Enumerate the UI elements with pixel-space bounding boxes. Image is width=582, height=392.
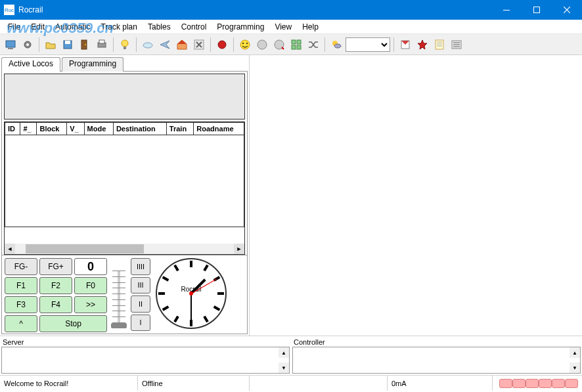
- col-block[interactable]: Block: [37, 123, 67, 135]
- speed-slider[interactable]: [110, 258, 128, 331]
- status-connection: Offline: [138, 376, 250, 391]
- horizontal-scrollbar[interactable]: ◄ ►: [5, 244, 244, 254]
- col-roadname[interactable]: Roadname: [194, 123, 244, 135]
- col-destination[interactable]: Destination: [113, 123, 166, 135]
- col-id[interactable]: ID: [5, 123, 20, 135]
- server-log-box[interactable]: ▲ ▼: [1, 347, 290, 374]
- scroll-up-icon[interactable]: ▲: [570, 347, 580, 358]
- fg-plus-button[interactable]: FG+: [39, 258, 72, 275]
- toolbar-globe2-icon[interactable]: [271, 37, 287, 53]
- fg-minus-button[interactable]: FG-: [5, 258, 37, 275]
- minimize-button[interactable]: [491, 0, 522, 20]
- toolbar-select[interactable]: [346, 37, 390, 52]
- toolbar-list-icon[interactable]: [449, 37, 464, 53]
- toolbar: [0, 34, 582, 55]
- toolbar-home-icon[interactable]: [174, 37, 190, 53]
- led-indicator: [526, 379, 539, 388]
- toolbar-computer-icon[interactable]: [3, 37, 18, 53]
- led-indicator: [512, 379, 526, 388]
- toolbar-grid-icon[interactable]: [288, 37, 304, 53]
- svg-rect-29: [436, 40, 443, 49]
- toolbar-star-icon[interactable]: [414, 37, 430, 53]
- menu-help[interactable]: Help: [297, 21, 324, 33]
- menu-view[interactable]: View: [269, 21, 297, 33]
- status-current: 0mA: [388, 376, 493, 391]
- svg-rect-23: [297, 40, 301, 44]
- status-welcome: Welcome to Rocrail!: [0, 376, 138, 391]
- toolbar-separator: [210, 37, 211, 52]
- control-panel: FG- FG+ 0 F1 F2 F0 F3 F4 >> ^ Stop: [2, 255, 247, 334]
- toolbar-gear-icon[interactable]: [20, 37, 35, 53]
- svg-rect-2: [6, 41, 15, 47]
- scroll-thumb[interactable]: [26, 244, 144, 253]
- toolbar-cloud-icon[interactable]: [140, 37, 156, 53]
- toolbar-door-icon[interactable]: [77, 37, 93, 53]
- scroll-down-icon[interactable]: ▼: [279, 362, 289, 373]
- status-empty: [250, 376, 388, 391]
- toolbar-shuffle-icon[interactable]: [305, 37, 321, 53]
- col-train[interactable]: Train: [166, 123, 193, 135]
- slider-handle[interactable]: [111, 323, 127, 328]
- toolbar-print-icon[interactable]: [94, 37, 110, 53]
- led-indicator: [539, 379, 552, 388]
- toolbar-smiley-icon[interactable]: [237, 37, 253, 53]
- step-4-button[interactable]: IIII: [131, 258, 150, 275]
- status-bar: Welcome to Rocrail! Offline 0mA: [0, 375, 582, 391]
- close-button[interactable]: [552, 0, 582, 20]
- toolbar-bulb-icon[interactable]: [117, 37, 133, 53]
- menu-programming[interactable]: Programming: [212, 21, 269, 33]
- f3-button[interactable]: F3: [5, 296, 37, 313]
- toolbar-separator: [233, 37, 234, 52]
- minute-hand: [190, 294, 192, 321]
- toolbar-globe1-icon[interactable]: [254, 37, 270, 53]
- title-bar: Roc Rocrail: [0, 0, 582, 20]
- col-mode[interactable]: Mode: [84, 123, 113, 135]
- ff-button[interactable]: >>: [74, 296, 107, 313]
- f0-button[interactable]: F0: [74, 277, 107, 294]
- menu-edit[interactable]: Edit: [26, 21, 50, 33]
- f4-button[interactable]: F4: [39, 296, 72, 313]
- toolbar-record-icon[interactable]: [214, 37, 230, 53]
- controller-label: Controller: [292, 338, 581, 347]
- track-plan-area[interactable]: [250, 55, 582, 336]
- col-num[interactable]: #_: [20, 123, 37, 135]
- menu-file[interactable]: File: [3, 21, 26, 33]
- step-3-button[interactable]: III: [131, 277, 150, 294]
- f2-button[interactable]: F2: [39, 277, 72, 294]
- tab-programming[interactable]: Programming: [62, 57, 123, 72]
- menu-tables[interactable]: Tables: [143, 21, 176, 33]
- toolbar-book-icon[interactable]: [397, 37, 413, 53]
- svg-rect-13: [123, 47, 126, 49]
- scroll-down-icon[interactable]: ▼: [570, 362, 580, 373]
- toolbar-x-icon[interactable]: [191, 37, 207, 53]
- maximize-button[interactable]: [522, 0, 552, 20]
- svg-rect-25: [297, 45, 301, 49]
- toolbar-plane-icon[interactable]: [157, 37, 173, 53]
- scroll-left-icon[interactable]: ◄: [5, 244, 15, 254]
- scroll-right-icon[interactable]: ►: [234, 244, 244, 254]
- clock-center: [189, 292, 193, 295]
- up-button[interactable]: ^: [5, 315, 37, 332]
- speed-step-buttons: IIII III II I: [131, 258, 150, 331]
- menu-automatic[interactable]: Automatic: [50, 21, 95, 33]
- controller-log-box[interactable]: ▲ ▼: [292, 347, 581, 374]
- toolbar-weather-icon[interactable]: [328, 37, 344, 53]
- step-1-button[interactable]: I: [131, 315, 150, 332]
- col-v[interactable]: V_: [67, 123, 84, 135]
- svg-point-19: [246, 43, 248, 44]
- menu-control[interactable]: Control: [176, 21, 212, 33]
- f1-button[interactable]: F1: [5, 277, 37, 294]
- server-label: Server: [1, 338, 290, 347]
- step-2-button[interactable]: II: [131, 295, 150, 313]
- svg-point-14: [143, 43, 152, 48]
- toolbar-save-icon[interactable]: [60, 37, 76, 53]
- stop-button[interactable]: Stop: [39, 315, 107, 332]
- menu-trackplan[interactable]: Track plan: [95, 21, 143, 33]
- toolbar-open-icon[interactable]: [43, 37, 58, 53]
- svg-rect-11: [99, 40, 104, 43]
- tab-active-locos[interactable]: Active Locos: [1, 57, 60, 72]
- window-title: Rocrail: [18, 5, 491, 14]
- scroll-up-icon[interactable]: ▲: [279, 347, 289, 358]
- toolbar-note-icon[interactable]: [432, 37, 447, 53]
- controller-log: Controller ▲ ▼: [291, 336, 582, 375]
